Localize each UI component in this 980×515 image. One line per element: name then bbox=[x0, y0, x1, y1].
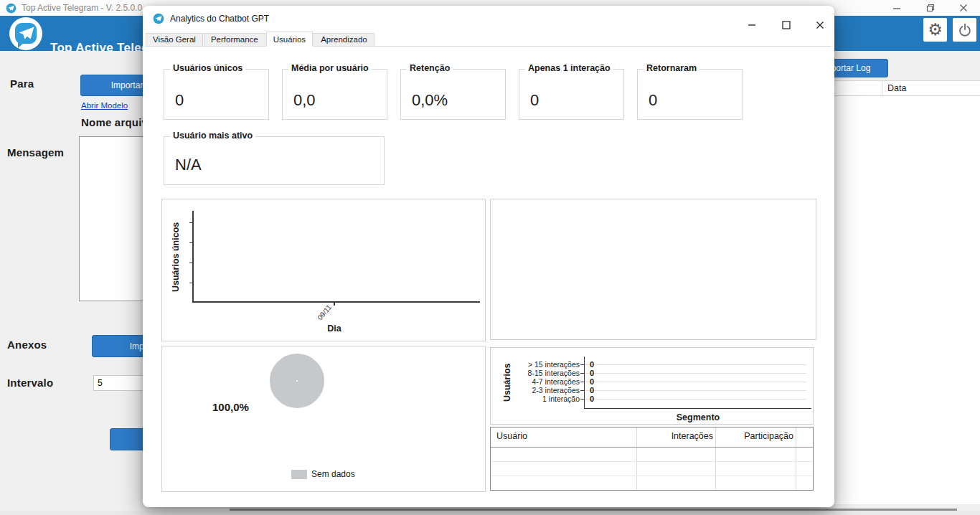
gridline bbox=[585, 390, 806, 391]
stat-retornaram: Retornaram 0 bbox=[637, 69, 743, 120]
stat-usuarios-unicos: Usuários únicos 0 bbox=[164, 69, 269, 120]
gridline bbox=[585, 373, 806, 374]
tab-usuarios[interactable]: Usuários bbox=[266, 32, 313, 47]
stat-value: 0,0 bbox=[293, 91, 316, 110]
tab-performance[interactable]: Performance bbox=[204, 33, 265, 47]
bar-value: 0 bbox=[590, 394, 594, 403]
stat-label: Retenção bbox=[407, 63, 453, 73]
x-tick bbox=[334, 303, 335, 306]
power-button[interactable] bbox=[953, 18, 976, 42]
stat-label: Apenas 1 interação bbox=[525, 63, 613, 73]
app-logo bbox=[9, 16, 43, 51]
intervalo-label: Intervalo bbox=[7, 377, 53, 389]
gear-icon: ⚙ bbox=[928, 22, 943, 38]
column-header-participacao[interactable]: Participação bbox=[719, 431, 793, 441]
x-tick-label: 09/11 bbox=[316, 303, 333, 322]
bar-value: 0 bbox=[590, 360, 594, 369]
x-axis-title: Dia bbox=[298, 323, 370, 334]
close-icon bbox=[815, 20, 825, 30]
empty-chart-panel bbox=[490, 199, 816, 340]
mensagem-label: Mensagem bbox=[7, 146, 64, 159]
settings-button[interactable]: ⚙ bbox=[923, 18, 947, 42]
y-axis bbox=[192, 211, 194, 303]
log-column-data[interactable]: Data bbox=[887, 83, 906, 93]
row-divider bbox=[491, 461, 813, 462]
bar-category: 4-7 interações bbox=[518, 377, 580, 386]
dialog-icon bbox=[153, 13, 164, 24]
column-divider bbox=[796, 427, 796, 490]
bar-category: 2-3 interações bbox=[518, 386, 580, 394]
log-list-header[interactable]: Data bbox=[831, 81, 980, 96]
window-title: Top Active Telegram - V. 2.5.0.0 bbox=[22, 3, 142, 13]
header-underline bbox=[491, 447, 813, 448]
stat-value: 0 bbox=[530, 91, 539, 110]
y-axis-label: Usuários bbox=[502, 355, 512, 410]
column-divider bbox=[882, 81, 882, 96]
bar-category: 1 interação bbox=[518, 394, 580, 403]
most-active-user-box: Usuário mais ativo N/A bbox=[164, 136, 385, 185]
close-icon[interactable] bbox=[958, 3, 969, 13]
stat-label: Média por usuário bbox=[288, 63, 372, 73]
x-axis-title: Segmento bbox=[655, 412, 741, 422]
y-axis-label: Usuários únicos bbox=[171, 209, 181, 304]
bar-value: 0 bbox=[590, 377, 594, 386]
stat-media-por-usuario: Média por usuário 0,0 bbox=[282, 69, 387, 120]
y-tick bbox=[189, 263, 192, 263]
donut-chart-panel: 100,0% Sem dados bbox=[161, 346, 486, 492]
chart-usuarios-por-dia: Usuários únicos 09/11 Dia bbox=[161, 199, 486, 341]
para-label: Para bbox=[10, 77, 34, 90]
minimize-icon[interactable] bbox=[892, 4, 902, 14]
window-bottom-strip bbox=[0, 511, 980, 515]
y-tick bbox=[189, 222, 192, 223]
stat-apenas-1-interacao: Apenas 1 interação 0 bbox=[519, 69, 624, 120]
y-tick bbox=[189, 283, 192, 283]
gridline bbox=[585, 382, 806, 382]
x-axis bbox=[192, 301, 480, 303]
power-icon bbox=[957, 22, 973, 38]
gridline bbox=[585, 399, 806, 400]
log-list[interactable]: Data bbox=[830, 80, 980, 504]
stat-value: 0,0% bbox=[412, 91, 448, 110]
row-divider bbox=[491, 476, 813, 476]
tab-aprendizado[interactable]: Aprendizado bbox=[314, 33, 374, 47]
abrir-modelo-link[interactable]: Abrir Modelo bbox=[81, 101, 128, 110]
analytics-dialog: Analytics do Chatbot GPT Visão Geral Per… bbox=[143, 6, 834, 507]
bar-value: 0 bbox=[590, 386, 594, 394]
stat-label: Retornaram bbox=[644, 63, 699, 73]
most-active-label: Usuário mais ativo bbox=[170, 131, 255, 141]
y-axis bbox=[584, 356, 585, 408]
x-axis bbox=[584, 408, 811, 409]
stat-label: Usuários únicos bbox=[170, 63, 245, 73]
tab-strip: Visão Geral Performance Usuários Aprendi… bbox=[146, 32, 831, 47]
stat-value: 0 bbox=[649, 91, 657, 110]
segments-bar-chart: Usuários > 15 interações 8-15 interações… bbox=[490, 347, 814, 425]
most-active-value: N/A bbox=[175, 156, 202, 174]
donut-chart bbox=[270, 354, 324, 408]
minimize-icon bbox=[747, 20, 757, 30]
bar-category: 8-15 interações bbox=[518, 369, 580, 377]
bar-value: 0 bbox=[590, 369, 594, 377]
y-tick bbox=[189, 242, 192, 243]
app-icon bbox=[6, 3, 17, 14]
stat-retencao: Retenção 0,0% bbox=[400, 69, 506, 120]
column-header-interacoes[interactable]: Interações bbox=[641, 431, 713, 441]
anexos-label: Anexos bbox=[7, 339, 47, 351]
gridline bbox=[585, 364, 806, 365]
maximize-icon bbox=[781, 20, 791, 30]
bar-category: > 15 interações bbox=[518, 360, 580, 369]
tab-visao-geral[interactable]: Visão Geral bbox=[146, 33, 203, 47]
dialog-title: Analytics do Chatbot GPT bbox=[170, 14, 269, 24]
column-divider bbox=[636, 427, 637, 490]
column-divider bbox=[715, 427, 716, 490]
donut-slice-label: 100,0% bbox=[212, 401, 249, 413]
legend-label: Sem dados bbox=[311, 469, 355, 479]
stat-value: 0 bbox=[175, 91, 184, 110]
users-table: Usuário Interações Participação bbox=[490, 427, 814, 491]
restore-icon[interactable] bbox=[925, 3, 936, 13]
legend-swatch bbox=[291, 470, 307, 479]
column-header-usuario[interactable]: Usuário bbox=[496, 431, 527, 441]
